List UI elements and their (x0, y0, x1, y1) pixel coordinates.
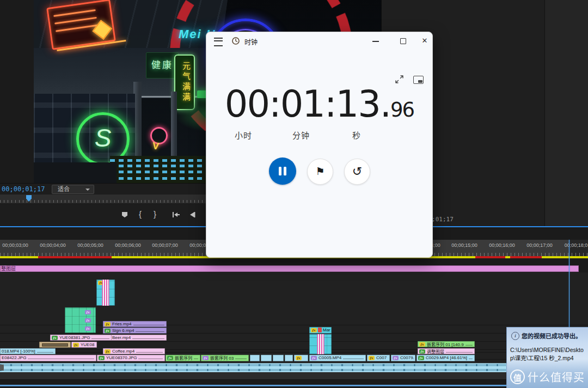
fx-badge-icon: fx (296, 356, 302, 360)
clip[interactable] (285, 355, 293, 361)
go-to-in-button[interactable] (171, 211, 180, 219)
mark-in-button[interactable]: { (139, 210, 142, 218)
clip[interactable] (273, 355, 284, 361)
clip-调整图层[interactable]: fx调整图层 (418, 348, 475, 354)
fx-badge-icon: fx (105, 322, 111, 326)
stopwatch-display: 00:01:13.96 (206, 82, 432, 126)
window-title: 时钟 (244, 37, 258, 46)
bottom-track-row (0, 372, 588, 379)
audio-waveform-track[interactable] (0, 363, 588, 372)
clock-titlebar[interactable]: 时钟 ✕ (206, 32, 432, 50)
fx-badge-icon: fx (85, 326, 91, 331)
fx-badge-icon: fx (85, 310, 91, 314)
clip[interactable]: fxfxfx (65, 307, 96, 333)
horizontal-scrollbar[interactable] (0, 385, 588, 386)
stopwatch-fraction: 96 (390, 98, 414, 122)
clip-Mar[interactable]: fxMar (309, 327, 332, 334)
fx-badge-icon: fx (73, 343, 79, 347)
clip[interactable]: fx (294, 355, 308, 361)
minutes-label: 分钟 (292, 129, 310, 141)
walkway-floor (34, 162, 117, 183)
fx-badge-icon: fx (167, 356, 173, 360)
current-timecode[interactable]: 00;00;01;17 (2, 185, 45, 193)
notification-header: i 您的视频已成功导出。 (507, 328, 588, 344)
clip-C007[interactable]: fxC007 (367, 355, 390, 361)
export-file-path: C:\Users\MOREFINE\Desktop\课克\工程\15 秒_2.m… (507, 345, 588, 363)
clip-Coffee.mp4[interactable]: fxCoffee.mp4 (103, 348, 165, 354)
mark-out-button[interactable]: } (154, 210, 156, 218)
clip[interactable] (261, 355, 272, 361)
health-sign: 健康 (146, 52, 179, 78)
fx-badge-icon: fx (52, 336, 58, 340)
smzdm-watermark: 值 什么值得买 (510, 367, 588, 386)
clip-YUE08[interactable]: fxYUE08 (71, 342, 97, 348)
reset-button[interactable]: ↺ (344, 159, 370, 185)
clip-嵌套序列[interactable]: fx嵌套序列 (166, 355, 200, 361)
clip-C0079.[interactable]: fxC0079. (391, 355, 415, 361)
clip-YUE08381.JPG[interactable]: fxYUE08381.JPG (50, 335, 112, 341)
clock-app-window[interactable]: 时钟 ✕ 00:01:13.96 小时 分钟 秒 ⚑ ↺ (206, 32, 433, 258)
fx-badge-icon: fx (393, 356, 399, 360)
stopwatch-hours: 00 (225, 83, 269, 125)
fx-badge-icon: fx (419, 349, 425, 354)
clip-嵌套序列 01 [140.9[interactable]: fx嵌套序列 01 [140.9 (418, 341, 475, 347)
diamond-badge-icon (93, 20, 112, 39)
fx-badge-icon: fx (369, 356, 375, 360)
notification-title: 您的视频已成功导出。 (522, 331, 581, 340)
fx-badge-icon: fx (85, 318, 91, 323)
zoom-fit-dropdown[interactable]: 适合 (52, 185, 94, 194)
fx-badge-icon: fx (311, 328, 317, 332)
seconds-label: 秒 (352, 129, 361, 141)
stopwatch-minutes: 01 (280, 83, 324, 125)
fx-badge-icon: fx (105, 329, 111, 333)
clip-Sign 6.mp4[interactable]: fxSign 6.mp4 (103, 328, 167, 334)
fx-badge-icon: fx (203, 356, 209, 360)
hamburger-menu-icon[interactable] (214, 38, 223, 46)
chevron-down-icon (85, 189, 90, 191)
maximize-button[interactable] (395, 35, 411, 46)
export-notification[interactable]: i 您的视频已成功导出。 C:\Users\MOREFINE\Desktop\课… (506, 327, 588, 388)
fx-badge-icon: fx (311, 356, 317, 360)
clip[interactable] (250, 355, 260, 361)
clip-C0005.MP4[interactable]: fxC0005.MP4 (309, 355, 366, 361)
clip[interactable]: fx (96, 280, 115, 306)
close-button[interactable]: ✕ (416, 35, 433, 46)
smzdm-logo-icon: 值 (510, 369, 525, 384)
clip-E08422.JPG[interactable]: E08422.JPG (0, 355, 96, 361)
hours-label: 小时 (235, 129, 252, 141)
yellow-neon-v: V (152, 140, 160, 152)
pause-button[interactable] (269, 157, 296, 185)
clock-app-icon (231, 37, 240, 47)
fx-badge-icon: fx (418, 356, 424, 360)
add-marker-button[interactable] (121, 211, 128, 219)
info-icon: i (511, 332, 519, 340)
clip-018.MP4 [-100%][interactable]: 018.MP4 [-100%] (0, 348, 56, 354)
stopwatch-seconds: 13 (336, 83, 380, 125)
clip-YUE08370.JPG[interactable]: fxYUE08370.JPG (97, 355, 165, 361)
audio-track-handle[interactable] (0, 365, 4, 371)
clip[interactable] (309, 334, 332, 354)
step-back-button[interactable] (188, 211, 196, 219)
smzdm-watermark-text: 什么值得买 (528, 369, 585, 385)
fx-badge-icon: fx (105, 349, 111, 354)
zoom-fit-label: 适合 (58, 186, 70, 192)
fx-badge-icon: fx (99, 356, 105, 360)
right-panel-edge (544, 0, 588, 227)
clip-嵌套序列 03[interactable]: fx嵌套序列 03 (201, 355, 249, 361)
fx-badge-icon: fx (419, 342, 425, 347)
clip[interactable] (39, 342, 71, 348)
clip-Fries.mp4[interactable]: fxFries.mp4 (103, 321, 167, 327)
lap-flag-button[interactable]: ⚑ (307, 159, 333, 185)
clip-C0029.MP4 [46.61%][interactable]: fxC0029.MP4 [46.61%] (416, 355, 475, 361)
clip-Beer.mp4[interactable]: fxBeer.mp4 (103, 335, 167, 341)
clip-marker-icon (318, 328, 322, 332)
minimize-button[interactable] (367, 35, 384, 46)
